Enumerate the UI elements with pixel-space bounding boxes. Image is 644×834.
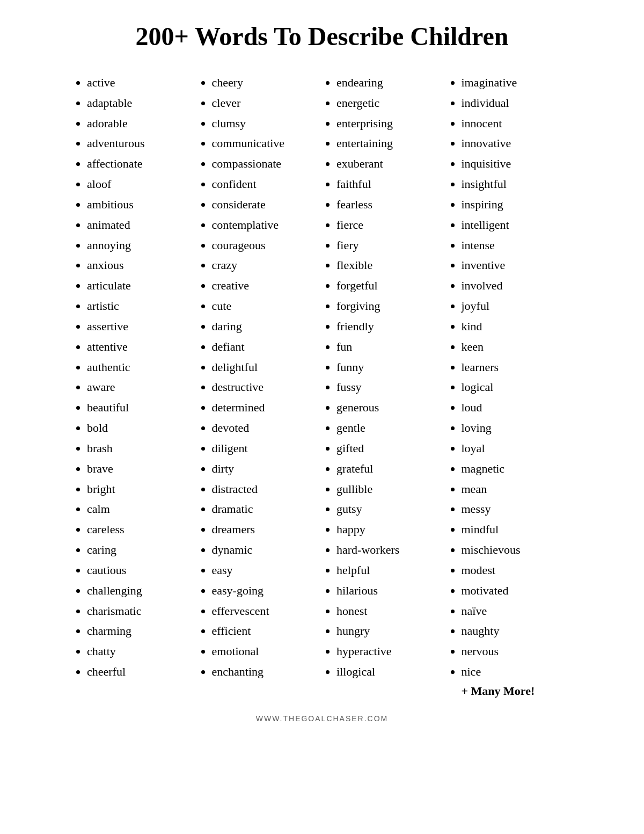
list-item: bold	[87, 418, 195, 438]
list-item: grateful	[336, 459, 444, 479]
list-item: calm	[87, 499, 195, 519]
list-item: adaptable	[87, 93, 195, 113]
list-item: beautiful	[87, 397, 195, 418]
list-item: innovative	[462, 133, 569, 154]
list-item: gutsy	[336, 499, 444, 519]
list-item: happy	[336, 519, 444, 540]
list-item: bright	[87, 479, 195, 499]
list-item: fiery	[336, 235, 444, 256]
list-item: cautious	[87, 560, 195, 581]
list-item: charismatic	[87, 601, 195, 621]
list-item: logical	[462, 377, 569, 397]
list-item: courageous	[212, 235, 320, 256]
list-item: energetic	[336, 93, 444, 113]
list-item: endearing	[336, 72, 444, 93]
list-item: determined	[212, 397, 320, 418]
word-list-4: imaginativeindividualinnocentinnovativei…	[450, 72, 569, 682]
list-item: mindful	[462, 519, 569, 540]
list-item: nice	[462, 662, 569, 682]
list-item: defiant	[212, 337, 320, 357]
list-item: challenging	[87, 581, 195, 601]
list-item: assertive	[87, 316, 195, 337]
list-item: hilarious	[336, 581, 444, 601]
list-item: easy	[212, 560, 320, 581]
list-item: compassionate	[212, 154, 320, 174]
list-item: hard-workers	[336, 540, 444, 560]
list-item: cheery	[212, 72, 320, 93]
footer-text: WWW.THEGOALCHASER.COM	[75, 714, 569, 723]
list-item: gifted	[336, 438, 444, 459]
list-item: fun	[336, 337, 444, 357]
list-item: dreamers	[212, 519, 320, 540]
column-4: imaginativeindividualinnocentinnovativei…	[450, 72, 569, 698]
list-item: careless	[87, 519, 195, 540]
list-item: ambitious	[87, 194, 195, 215]
list-item: affectionate	[87, 154, 195, 174]
list-item: inquisitive	[462, 154, 569, 174]
list-item: devoted	[212, 418, 320, 438]
list-item: motivated	[462, 581, 569, 601]
list-item: funny	[336, 357, 444, 378]
list-item: annoying	[87, 235, 195, 256]
list-item: forgiving	[336, 296, 444, 316]
list-item: authentic	[87, 357, 195, 378]
columns-container: activeadaptableadorableadventurousaffect…	[75, 72, 569, 698]
list-item: loving	[462, 418, 569, 438]
list-item: modest	[462, 560, 569, 581]
list-item: fussy	[336, 377, 444, 397]
list-item: delightful	[212, 357, 320, 378]
page-container: 200+ Words To Describe Children activead…	[64, 0, 580, 739]
list-item: kind	[462, 316, 569, 337]
list-item: cheerful	[87, 662, 195, 682]
list-item: enchanting	[212, 662, 320, 682]
word-list-1: activeadaptableadorableadventurousaffect…	[75, 72, 195, 682]
list-item: learners	[462, 357, 569, 378]
list-item: dirty	[212, 459, 320, 479]
list-item: destructive	[212, 377, 320, 397]
list-item: innocent	[462, 113, 569, 134]
list-item: forgetful	[336, 275, 444, 296]
list-item: entertaining	[336, 133, 444, 154]
list-item: creative	[212, 275, 320, 296]
list-item: aloof	[87, 174, 195, 194]
list-item: inspiring	[462, 194, 569, 215]
list-item: keen	[462, 337, 569, 357]
list-item: gullible	[336, 479, 444, 499]
word-list-3: endearingenergeticenterprisingentertaini…	[325, 72, 444, 682]
list-item: fierce	[336, 215, 444, 235]
list-item: friendly	[336, 316, 444, 337]
column-3: endearingenergeticenterprisingentertaini…	[325, 72, 444, 698]
list-item: generous	[336, 397, 444, 418]
list-item: naïve	[462, 601, 569, 621]
list-item: illogical	[336, 662, 444, 682]
list-item: naughty	[462, 621, 569, 641]
list-item: flexible	[336, 255, 444, 275]
list-item: charming	[87, 621, 195, 641]
list-item: intense	[462, 235, 569, 256]
list-item: efficient	[212, 621, 320, 641]
list-item: easy-going	[212, 581, 320, 601]
list-item: active	[87, 72, 195, 93]
list-item: distracted	[212, 479, 320, 499]
more-label: + Many More!	[450, 684, 569, 698]
list-item: enterprising	[336, 113, 444, 134]
list-item: diligent	[212, 438, 320, 459]
list-item: hyperactive	[336, 641, 444, 662]
list-item: artistic	[87, 296, 195, 316]
list-item: fearless	[336, 194, 444, 215]
list-item: animated	[87, 215, 195, 235]
list-item: attentive	[87, 337, 195, 357]
list-item: intelligent	[462, 215, 569, 235]
list-item: cute	[212, 296, 320, 316]
list-item: loyal	[462, 438, 569, 459]
list-item: crazy	[212, 255, 320, 275]
list-item: considerate	[212, 194, 320, 215]
list-item: helpful	[336, 560, 444, 581]
list-item: individual	[462, 93, 569, 113]
list-item: dynamic	[212, 540, 320, 560]
list-item: effervescent	[212, 601, 320, 621]
list-item: inventive	[462, 255, 569, 275]
list-item: adventurous	[87, 133, 195, 154]
list-item: contemplative	[212, 215, 320, 235]
list-item: magnetic	[462, 459, 569, 479]
